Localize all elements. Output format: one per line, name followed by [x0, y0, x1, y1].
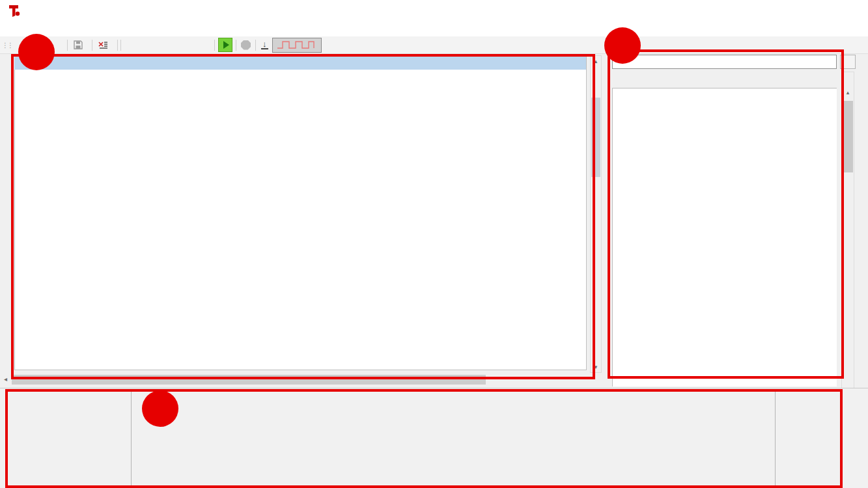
message-table-body [14, 55, 587, 370]
toolbar-separator [236, 40, 236, 51]
menu-bar [0, 21, 868, 36]
details-vscroll-thumb[interactable] [843, 101, 853, 172]
close-button[interactable] [837, 8, 857, 20]
message-details-title [612, 55, 837, 69]
clear-log-icon [98, 41, 108, 49]
download-icon[interactable]: ↓ [261, 40, 268, 49]
waveform-view-button[interactable] [272, 38, 322, 53]
maximize-button[interactable] [806, 8, 826, 20]
play-icon [223, 41, 229, 49]
scroll-up-icon[interactable]: ▴ [591, 58, 601, 64]
details-vscrollbar[interactable]: ▴ ▾ [841, 72, 854, 398]
panel-divider [131, 390, 132, 488]
details-checkbox-row [612, 72, 837, 86]
minimize-button[interactable] [776, 8, 795, 20]
menu-help[interactable] [64, 27, 77, 31]
toolbar-separator [214, 40, 215, 51]
scroll-down-icon[interactable]: ▾ [591, 364, 601, 370]
scroll-up-icon[interactable]: ▴ [842, 89, 854, 96]
menu-file[interactable] [12, 27, 25, 31]
panel-divider [775, 390, 776, 488]
message-details-table [612, 88, 837, 386]
table-vscrollbar[interactable]: ▴ ▾ [590, 55, 602, 373]
table-hscrollbar[interactable]: ◂ ▸ [1, 374, 690, 385]
scroll-left-icon[interactable]: ◂ [4, 375, 7, 383]
details-header-stub [840, 55, 856, 69]
floppy-disk-icon [74, 40, 83, 49]
message-table-header [14, 55, 586, 70]
toolbar-separator [67, 40, 68, 51]
menu-miscellaneous[interactable] [51, 27, 64, 31]
toolbar-separator [117, 40, 118, 51]
stop-capture-icon[interactable] [241, 40, 251, 50]
toolbar-grip-icon[interactable]: ⋮⋮ [2, 42, 12, 49]
toolbar-separator [92, 40, 92, 51]
square-wave-icon [277, 40, 317, 50]
app-window: ⋮⋮ ↓ [0, 0, 868, 488]
toolbar-separator [255, 40, 256, 51]
waveform-plot[interactable] [139, 399, 699, 478]
menu-analyser-settings[interactable] [38, 27, 51, 31]
ti-logo-icon [7, 4, 20, 17]
save-button[interactable] [69, 39, 91, 51]
menu-edit[interactable] [25, 27, 38, 31]
toolbar-separator [120, 40, 121, 51]
toolbar: ⋮⋮ ↓ [0, 36, 868, 54]
title-bar [0, 0, 868, 21]
table-hscroll-thumb[interactable] [12, 375, 486, 385]
clear-log-button[interactable] [94, 40, 116, 51]
message-filter-button[interactable] [122, 44, 132, 46]
start-capture-button[interactable] [218, 38, 232, 52]
table-vscroll-thumb[interactable] [591, 98, 600, 177]
